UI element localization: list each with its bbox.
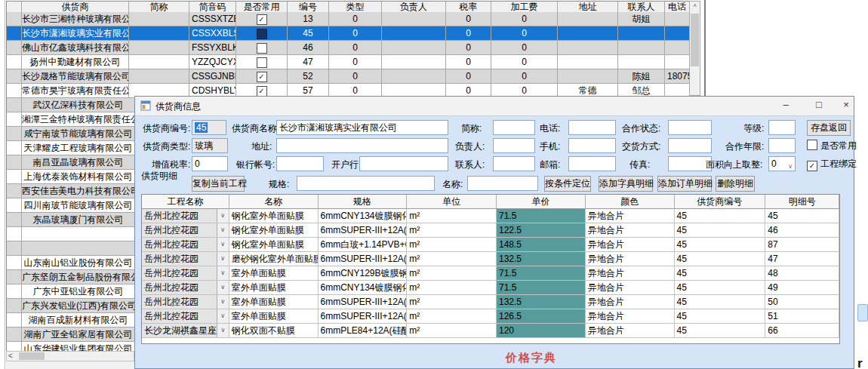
row-selector[interactable] bbox=[7, 313, 22, 327]
detail-id-cell[interactable]: 50 bbox=[765, 295, 839, 309]
chevron-down-icon[interactable]: ∨ bbox=[217, 324, 229, 337]
detail-row[interactable]: 岳州北控花园∨钢化室外单面贴膜6mm白玻+1.14PVB+6mm...m²148… bbox=[142, 238, 839, 252]
minimize-button[interactable]: – bbox=[774, 97, 798, 115]
contact-input[interactable] bbox=[493, 156, 535, 171]
project-combobox[interactable]: 岳州北控花园∨ bbox=[142, 209, 229, 223]
scroll-left-icon[interactable]: < bbox=[8, 352, 13, 361]
spec-cell[interactable]: 6mmSUPER-III+12A(硅... bbox=[319, 309, 408, 324]
contact-cell[interactable]: 胡姐 bbox=[618, 12, 665, 26]
detail-row[interactable]: 岳州北控花园∨室外单面贴膜6mmCNY129B镀膜钢化m²71.5异地合片454… bbox=[142, 266, 839, 281]
price-cell[interactable]: 71.5 bbox=[497, 209, 586, 223]
unit-cell[interactable]: m² bbox=[407, 252, 497, 266]
supplier-row[interactable]: 长沙市潇湘玻璃实业有限公司CSSXXBLSY...45000 bbox=[6, 26, 690, 41]
project-combobox[interactable]: 岳州北控花园∨ bbox=[142, 223, 229, 238]
abbr-cell[interactable] bbox=[129, 12, 189, 26]
detail-row[interactable]: 岳州北控花园∨室外单面贴膜6mmSUPER-III+12A(硅...m²132.… bbox=[142, 295, 839, 309]
supplier-row[interactable]: 东晶玻璃厦门有限公司 bbox=[6, 213, 135, 227]
tax-cell[interactable]: 0 bbox=[446, 26, 491, 41]
supplier-row[interactable]: 武汉亿深科技有限公司 bbox=[6, 98, 135, 112]
supplier-row[interactable]: 湖南广亚全铝家居有限公司 bbox=[6, 327, 135, 342]
supplier-name-cell[interactable] bbox=[22, 227, 135, 241]
project-combobox[interactable]: 岳州北控花园∨ bbox=[142, 266, 229, 281]
unit-cell[interactable]: m² bbox=[407, 238, 497, 252]
owner-cell[interactable] bbox=[382, 41, 446, 55]
phone-cell[interactable] bbox=[665, 41, 690, 55]
color-cell[interactable]: 异地合片 bbox=[586, 281, 675, 295]
spec-cell[interactable]: 6mmCNY134镀膜钢化 bbox=[319, 209, 408, 223]
tax-cell[interactable]: 0 bbox=[446, 69, 491, 84]
detail-name-cell[interactable]: 磨砂钢化室外单面贴膜 bbox=[229, 252, 319, 266]
supplier-row[interactable]: 湘潭三金特种玻璃有限责任公司 bbox=[6, 112, 135, 127]
price-cell[interactable]: 148.5 bbox=[497, 238, 586, 252]
unit-cell[interactable]: m² bbox=[407, 295, 497, 309]
supplier-name-cell[interactable]: 上海优泰装饰材料有限公司 bbox=[22, 170, 135, 184]
owner-cell[interactable] bbox=[382, 69, 446, 84]
tax-cell[interactable]: 0 bbox=[446, 41, 491, 55]
supplier-name-cell[interactable]: 湘潭三金特种玻璃有限责任公司 bbox=[22, 112, 135, 127]
address-cell[interactable] bbox=[558, 12, 618, 26]
common-use-checkbox[interactable]: 是否常用 bbox=[807, 140, 857, 152]
supplier-name-cell[interactable]: 常德市昊宇玻璃有限责任公司 bbox=[22, 84, 129, 98]
coop-years-input[interactable] bbox=[768, 138, 796, 153]
checkbox-checked-icon[interactable] bbox=[257, 86, 267, 97]
phone-cell[interactable] bbox=[665, 55, 690, 69]
detail-name-cell[interactable]: 钢化双面不贴膜 bbox=[229, 324, 319, 338]
phone-cell[interactable] bbox=[665, 26, 690, 41]
contact-cell[interactable]: 陈姐 bbox=[618, 69, 665, 84]
supplier-name-cell[interactable]: 长沙市三湘特种玻璃有限公司 bbox=[22, 12, 129, 26]
color-cell[interactable]: 异地合片 bbox=[586, 238, 675, 252]
price-cell[interactable]: 71.5 bbox=[497, 281, 586, 295]
id-cell[interactable]: 45 bbox=[288, 26, 329, 41]
supplier-name-cell[interactable]: 扬州中勤建材有限公司 bbox=[22, 55, 129, 69]
row-selector[interactable] bbox=[7, 256, 22, 270]
owner-cell[interactable] bbox=[382, 12, 446, 26]
detail-name-cell[interactable]: 钢化室外单面贴膜 bbox=[229, 209, 319, 223]
detail-id-cell[interactable]: 48 bbox=[765, 266, 839, 281]
spec-cell[interactable]: 6mmCNY134镀膜钢化 bbox=[319, 281, 408, 295]
supplier-name-cell[interactable]: 山东南山铝业股份有限公司 bbox=[22, 256, 135, 270]
chevron-down-icon[interactable]: ∨ bbox=[217, 238, 229, 251]
detail-row[interactable]: 岳州北控花园∨室外单面贴膜6mmCNY134镀膜钢化m²71.5异地合片4549 bbox=[142, 281, 839, 295]
supplier-row[interactable]: 佛山市亿鑫玻璃科技有限公司FSSYXBLKJ...46000 bbox=[6, 41, 690, 55]
supplier-id-cell[interactable]: 45 bbox=[675, 324, 766, 338]
vertical-scrollbar[interactable]: ^ bbox=[689, 1, 700, 96]
owner-cell[interactable] bbox=[382, 26, 446, 41]
id-cell[interactable]: 47 bbox=[288, 55, 329, 69]
supplier-row[interactable]: 山东南山铝业股份有限公司 bbox=[6, 256, 135, 270]
scroll-up-icon[interactable]: ^ bbox=[690, 2, 700, 12]
mobile-input[interactable] bbox=[568, 138, 616, 153]
checkbox-checked-icon[interactable] bbox=[257, 14, 267, 25]
contact-cell[interactable] bbox=[618, 55, 665, 69]
add-dictionary-detail-button[interactable]: 添加字典明细 bbox=[599, 176, 653, 192]
vertical-scrollbar-thumb[interactable] bbox=[691, 14, 699, 66]
color-cell[interactable]: 异地合片 bbox=[586, 209, 675, 223]
checkbox-checked-icon[interactable] bbox=[807, 161, 817, 171]
contact-cell[interactable] bbox=[618, 26, 665, 41]
supplier-type-input[interactable]: 玻璃 bbox=[192, 138, 228, 153]
supplier-row[interactable]: 长沙晟格节能玻璃有限公司CSSGJNBLYXGS52000陈姐180751 bbox=[6, 69, 690, 84]
row-selector[interactable] bbox=[7, 12, 22, 26]
fee-cell[interactable]: 0 bbox=[491, 12, 558, 26]
detail-row[interactable]: 长沙龙湖祺鑫星座∨钢化双面不贴膜6mmPLE84+12A(硅酮胶...m²120… bbox=[142, 324, 839, 338]
vat-rate-input[interactable]: 0 bbox=[192, 156, 228, 171]
project-combobox[interactable]: 长沙龙湖祺鑫星座∨ bbox=[142, 324, 229, 338]
row-selector[interactable] bbox=[7, 213, 22, 227]
supplier-id-cell[interactable]: 45 bbox=[675, 238, 766, 252]
row-selector[interactable] bbox=[7, 184, 22, 198]
type-cell[interactable]: 0 bbox=[329, 41, 382, 55]
name-filter-input[interactable] bbox=[467, 176, 538, 191]
supplier-name-input[interactable]: 长沙市潇湘玻璃实业有限公司 bbox=[276, 120, 448, 135]
abbr-cell[interactable] bbox=[129, 41, 189, 55]
detail-row[interactable]: 岳州北控花园∨室外单面贴膜6mmSUPER-III+12A(硅...m²126.… bbox=[142, 309, 839, 324]
row-selector[interactable] bbox=[7, 198, 22, 213]
row-selector[interactable] bbox=[7, 170, 22, 184]
maximize-button[interactable]: □ bbox=[807, 97, 831, 115]
row-selector[interactable] bbox=[7, 270, 22, 284]
spec-cell[interactable]: 6mmSUPER-III+12A(硅... bbox=[319, 252, 408, 266]
supplier-row[interactable]: 咸宁南玻节能玻璃有限公司 bbox=[6, 127, 135, 141]
type-cell[interactable]: 0 bbox=[329, 69, 382, 84]
supplier-id-cell[interactable]: 45 bbox=[675, 209, 766, 223]
supplier-name-cell[interactable] bbox=[22, 241, 135, 256]
unit-cell[interactable]: m² bbox=[407, 309, 497, 324]
supplier-id-cell[interactable]: 45 bbox=[675, 223, 766, 238]
